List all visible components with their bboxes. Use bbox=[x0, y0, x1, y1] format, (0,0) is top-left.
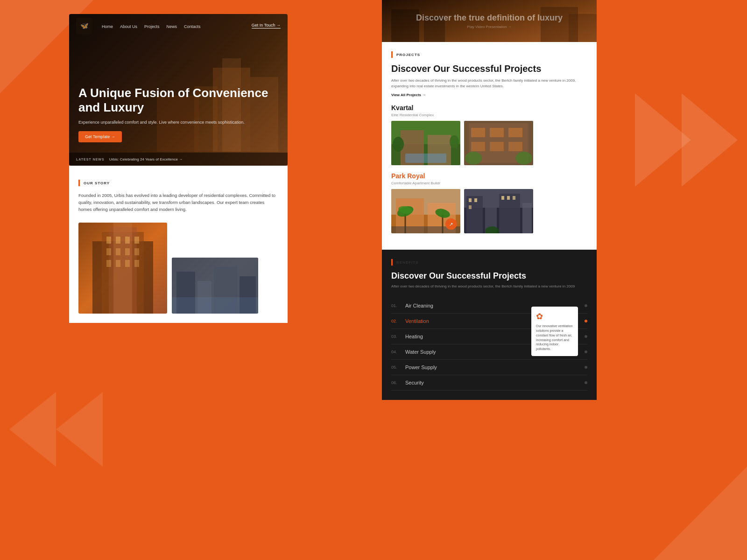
benefits-tag-text: BENEFITS bbox=[396, 260, 419, 265]
project-item-parkroyal: Park Royal Comfortable Apartment Buildr bbox=[391, 172, 587, 233]
hero-cta-button[interactable]: Get Template → bbox=[78, 131, 122, 142]
svg-rect-9 bbox=[106, 237, 111, 244]
benefits-section: BENEFITS Discover Our Successful Project… bbox=[382, 250, 597, 400]
benefit-name-6: Security bbox=[405, 380, 585, 385]
benefits-tag-bar bbox=[391, 259, 393, 266]
tooltip-text: Our innovative ventilation solutions pro… bbox=[536, 324, 573, 351]
svg-rect-26 bbox=[172, 297, 258, 314]
nav-about[interactable]: About Us bbox=[120, 24, 137, 29]
svg-point-49 bbox=[465, 152, 482, 165]
nav-bar: 🦋 Home About Us Projects News Contacts G… bbox=[69, 14, 288, 37]
hero-content: A Unique Fusion of Convenience and Luxur… bbox=[78, 86, 278, 142]
benefit-item-power-supply[interactable]: 05. Power Supply bbox=[391, 360, 587, 375]
benefit-dot-1 bbox=[585, 304, 587, 307]
svg-rect-12 bbox=[134, 237, 139, 244]
svg-rect-18 bbox=[116, 260, 120, 267]
svg-rect-15 bbox=[125, 248, 130, 255]
svg-rect-10 bbox=[116, 237, 120, 244]
story-images bbox=[78, 223, 278, 314]
nav-links: Home About Us Projects News Contacts bbox=[102, 21, 201, 30]
projects-desc: After over two decades of thriving in th… bbox=[391, 78, 587, 89]
project-type-kvartal: Elite Residential Complex bbox=[391, 113, 587, 117]
project-image-kvartal-1 bbox=[391, 121, 460, 165]
project-item-kvartal: Kvartal Elite Residential Complex bbox=[391, 104, 587, 165]
our-story-tag: OUR STORY bbox=[78, 180, 278, 186]
svg-rect-29 bbox=[391, 9, 419, 42]
tooltip-icon: ✿ bbox=[536, 311, 573, 322]
benefit-dot-2 bbox=[585, 320, 587, 322]
latest-news-label: LATEST NEWS bbox=[76, 158, 105, 161]
svg-rect-43 bbox=[471, 128, 485, 137]
projects-tag-bar bbox=[391, 51, 393, 58]
project-type-parkroyal: Comfortable Apartment Buildr bbox=[391, 181, 587, 185]
hero-subtitle: Experience unparalleled comfort and styl… bbox=[78, 119, 278, 126]
project-image-kvartal-2 bbox=[464, 121, 533, 165]
svg-rect-14 bbox=[116, 248, 120, 255]
benefit-num-5: 05. bbox=[391, 365, 405, 370]
project-name-parkroyal: Park Royal bbox=[391, 172, 587, 180]
svg-point-50 bbox=[515, 152, 532, 165]
svg-rect-72 bbox=[513, 196, 515, 200]
project-image-parkroyal-2 bbox=[464, 189, 533, 233]
benefit-item-security[interactable]: 06. Security bbox=[391, 375, 587, 391]
svg-rect-69 bbox=[469, 205, 472, 209]
svg-rect-39 bbox=[405, 154, 446, 163]
benefits-desc: After over two decades of thriving in th… bbox=[391, 284, 587, 289]
view-all-projects-link[interactable]: View All Projects → bbox=[391, 93, 587, 97]
parkroyal-arrow-btn[interactable]: ↗ bbox=[445, 218, 457, 230]
svg-rect-8 bbox=[113, 223, 132, 314]
benefit-num-6: 06. bbox=[391, 380, 405, 385]
benefit-dot-4 bbox=[585, 350, 587, 353]
benefits-tag: BENEFITS bbox=[391, 259, 587, 266]
projects-section: PROJECTS Discover Our Successful Project… bbox=[382, 42, 597, 250]
nav-cta-button[interactable]: Get In Touch → bbox=[252, 23, 281, 28]
svg-rect-46 bbox=[471, 142, 485, 151]
nav-news[interactable]: News bbox=[167, 24, 177, 29]
projects-tag-text: PROJECTS bbox=[396, 53, 420, 57]
svg-rect-70 bbox=[501, 196, 504, 200]
our-story-section: OUR STORY Founded in 2005, Urbis has evo… bbox=[69, 166, 288, 323]
kvartal-img-2-svg bbox=[464, 121, 533, 165]
latest-news-bar: LATEST NEWS Urbis: Celebrating 24 Years … bbox=[69, 153, 288, 166]
svg-rect-67 bbox=[469, 198, 472, 202]
svg-rect-32 bbox=[569, 14, 597, 42]
svg-point-38 bbox=[450, 135, 459, 148]
logo[interactable]: 🦋 bbox=[76, 18, 92, 34]
svg-rect-68 bbox=[474, 198, 477, 202]
nav-contacts[interactable]: Contacts bbox=[184, 24, 201, 29]
latest-news-text[interactable]: Urbis: Celebrating 24 Years of Excellenc… bbox=[109, 157, 183, 161]
svg-rect-16 bbox=[134, 248, 139, 255]
svg-rect-71 bbox=[507, 196, 510, 200]
project-images-parkroyal: ↗ ↗ bbox=[391, 189, 587, 233]
left-panel: 🦋 Home About Us Projects News Contacts G… bbox=[69, 14, 368, 560]
parkroyal-img-2-svg bbox=[464, 189, 533, 233]
right-panel: Discover the true definition of luxury P… bbox=[382, 0, 597, 560]
project-images-kvartal bbox=[391, 121, 587, 165]
projects-tag: PROJECTS bbox=[391, 51, 587, 58]
benefit-num-2: 02. bbox=[391, 319, 405, 323]
story-city-svg bbox=[172, 258, 258, 314]
project-image-parkroyal-1: ↗ ↗ bbox=[391, 189, 460, 233]
svg-rect-11 bbox=[125, 237, 130, 244]
svg-rect-30 bbox=[424, 16, 445, 42]
benefits-title: Discover Our Successful Projects bbox=[391, 271, 587, 281]
benefit-item-ventilation[interactable]: 02. Ventilation ✿ Our innovative ventila… bbox=[391, 314, 587, 329]
story-image-secondary bbox=[172, 258, 258, 314]
svg-rect-44 bbox=[490, 128, 504, 137]
right-hero-section: Discover the true definition of luxury P… bbox=[382, 0, 597, 42]
nav-home[interactable]: Home bbox=[102, 24, 113, 29]
right-hero-bg bbox=[382, 0, 597, 42]
svg-rect-20 bbox=[134, 260, 139, 267]
story-image-main bbox=[78, 223, 167, 314]
svg-rect-19 bbox=[125, 260, 130, 267]
projects-header: Discover Our Successful Projects After o… bbox=[391, 63, 587, 97]
svg-rect-17 bbox=[106, 260, 111, 267]
svg-rect-66 bbox=[522, 203, 532, 233]
benefit-dot-5 bbox=[585, 366, 587, 369]
benefit-dot-3 bbox=[585, 335, 587, 338]
nav-projects[interactable]: Projects bbox=[144, 24, 160, 29]
project-name-kvartal: Kvartal bbox=[391, 104, 587, 112]
benefit-num-1: 01. bbox=[391, 303, 405, 308]
svg-point-37 bbox=[393, 137, 404, 152]
svg-rect-48 bbox=[508, 142, 522, 151]
